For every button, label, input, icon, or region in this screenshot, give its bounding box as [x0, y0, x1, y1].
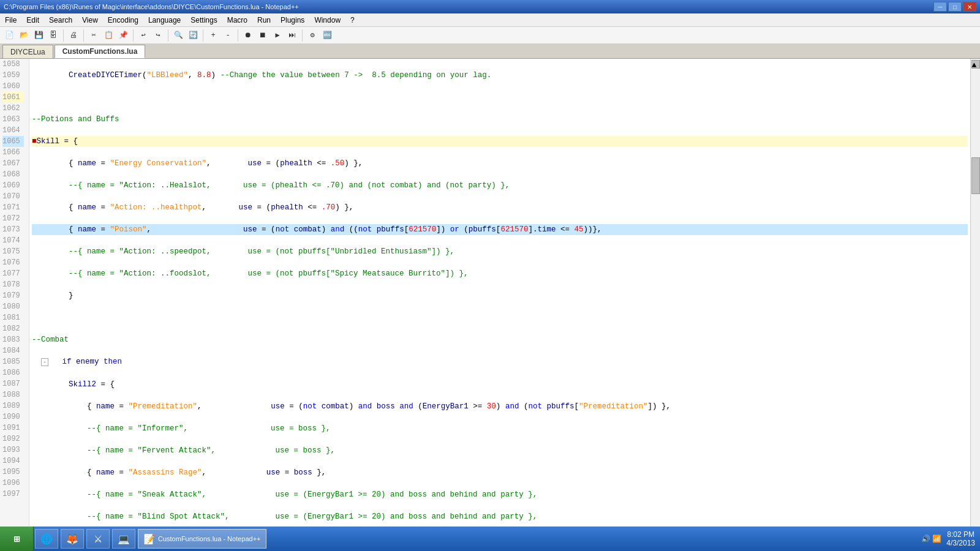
code-line-1074: --{ name = "Informer", use = boss }, [32, 423, 968, 434]
scroll-track-right[interactable]: ▲ ▼ [970, 59, 980, 551]
scroll-thumb[interactable] [971, 157, 980, 194]
code-line-1075: --{ name = "Fervent Attack", use = boss … [32, 445, 968, 456]
tab-customfunctions[interactable]: CustomFunctions.lua [55, 45, 146, 58]
system-tray-icons: 🔊 📶 [921, 534, 941, 543]
toolbar-undo[interactable]: ↩ [137, 29, 150, 42]
menu-window[interactable]: Window [309, 13, 345, 26]
code-editor[interactable]: 1058 1059 1060 1061 1062 1063 1064 1065 … [0, 59, 980, 551]
sep6 [238, 29, 238, 42]
toolbar-cut[interactable]: ✂ [87, 29, 100, 42]
line-numbers: 1058 1059 1060 1061 1062 1063 1064 1065 … [0, 59, 29, 551]
toolbar-macro-play[interactable]: ▶ [271, 29, 284, 42]
toolbar-saveall[interactable]: 🗄 [47, 29, 60, 42]
code-line-1078: --{ name = "Blind Spot Attack", use = (E… [32, 511, 968, 522]
toolbar-macro-rec[interactable]: ⏺ [241, 29, 255, 42]
code-line-1058: CreateDIYCETimer("LBBleed", 8.8) --Chang… [32, 70, 968, 81]
menu-settings[interactable]: Settings [186, 13, 222, 26]
taskbar-item-browser1[interactable]: 🌐 [35, 529, 58, 549]
tab-customfunctions-label: CustomFunctions.lua [62, 47, 138, 56]
toolbar-paste[interactable]: 📌 [116, 29, 130, 42]
tabs-bar: DIYCELua CustomFunctions.lua [0, 44, 980, 59]
code-line-1077: --{ name = "Sneak Attack", use = (Energy… [32, 489, 968, 500]
code-line-1064: { name = "Action: ..healthpot, use = (ph… [32, 202, 968, 213]
menu-file[interactable]: File [0, 13, 21, 26]
taskbar-item-firefox[interactable]: 🦊 [61, 529, 84, 549]
taskbar: ⊞ 🌐 🦊 ⚔ 💻 📝 CustomFunctions.lua - Notepa… [0, 527, 980, 551]
code-line-1065: { name = "Poison", use = (not combat) an… [32, 224, 968, 235]
code-line-1061: ■Skill = { [32, 136, 968, 147]
sep2 [83, 29, 84, 42]
game-icon: ⚔ [92, 533, 104, 545]
code-line-1063: --{ name = "Action: ..Healslot, use = (p… [32, 180, 968, 191]
tab-diyce-label: DIYCELua [10, 48, 45, 56]
menu-view[interactable]: View [77, 13, 103, 26]
taskbar-item-game[interactable]: ⚔ [86, 529, 110, 549]
menu-plugins[interactable]: Plugins [276, 13, 309, 26]
toolbar-new[interactable]: 📄 [2, 29, 16, 42]
code-line-1069 [32, 312, 968, 323]
taskbar-right: 🔊 📶 8:02 PM 4/3/2013 [921, 530, 980, 547]
title-bar: C:\Program Files (x86)\Runes of Magic\in… [0, 0, 980, 13]
code-line-1068: } [32, 290, 968, 301]
firefox-icon: 🦊 [66, 533, 78, 545]
code-line-1060: --Potions and Buffs [32, 114, 968, 125]
toolbar-open[interactable]: 📂 [17, 29, 31, 42]
code-line-1062: { name = "Energy Conservation", use = (p… [32, 158, 968, 169]
code-line-1070: --Combat [32, 334, 968, 345]
toolbar-save[interactable]: 💾 [32, 29, 45, 42]
sep3 [133, 29, 134, 42]
sep5 [203, 29, 203, 42]
toolbar-zoomin[interactable]: + [206, 29, 220, 42]
toolbar-redo[interactable]: ↪ [151, 29, 165, 42]
menu-help[interactable]: ? [345, 13, 360, 26]
toolbar-syntax[interactable]: ⚙ [306, 29, 319, 42]
title-bar-controls[interactable]: ─ □ ✕ [933, 2, 976, 12]
menu-run[interactable]: Run [252, 13, 276, 26]
toolbar-replace[interactable]: 🔄 [186, 29, 200, 42]
notepadpp-label: CustomFunctions.lua - Notepad++ [158, 535, 261, 542]
tab-diyce[interactable]: DIYCELua [2, 45, 53, 58]
sep7 [302, 29, 303, 42]
code-line-1071: - if enemy then [32, 356, 968, 368]
menu-language[interactable]: Language [143, 13, 186, 26]
toolbar: 📄 📂 💾 🗄 🖨 ✂ 📋 📌 ↩ ↪ 🔍 🔄 + - ⏺ ⏹ ▶ ⏭ ⚙ 🔤 [0, 27, 980, 44]
code-line-1067: --{ name = "Action: ..foodslot, use = (n… [32, 268, 968, 279]
minimize-button[interactable]: ─ [933, 2, 947, 12]
menu-search[interactable]: Search [44, 13, 77, 26]
menu-macro[interactable]: Macro [222, 13, 252, 26]
toolbar-lang[interactable]: 🔤 [320, 29, 334, 42]
notepadpp-icon: 📝 [143, 533, 156, 545]
toolbar-macro-stop[interactable]: ⏹ [256, 29, 270, 42]
menu-bar: File Edit Search View Encoding Language … [0, 13, 980, 27]
scroll-area[interactable] [971, 69, 980, 551]
menu-edit[interactable]: Edit [21, 13, 44, 26]
toolbar-zoomout[interactable]: - [221, 29, 235, 42]
toolbar-find[interactable]: 🔍 [172, 29, 185, 42]
start-button[interactable]: ⊞ [0, 527, 34, 551]
menu-encoding[interactable]: Encoding [103, 13, 143, 26]
code-line-1066: --{ name = "Action: ..speedpot, use = (n… [32, 246, 968, 257]
code-content[interactable]: CreateDIYCETimer("LBBleed", 8.8) --Chang… [29, 59, 970, 551]
code-line-1076: { name = "Assassins Rage", use = boss }, [32, 467, 968, 478]
browser1-icon: 🌐 [40, 533, 53, 545]
start-label: ⊞ [13, 534, 20, 544]
code-line-1072: Skill2 = { [32, 379, 968, 390]
close-button[interactable]: ✕ [963, 2, 976, 12]
taskbar-item-notepadpp[interactable]: 📝 CustomFunctions.lua - Notepad++ [138, 529, 266, 549]
clock: 8:02 PM 4/3/2013 [946, 530, 975, 547]
explorer-icon: 💻 [118, 533, 130, 545]
scroll-up-button[interactable]: ▲ [971, 60, 980, 69]
code-line-1073: { name = "Premeditation", use = (not com… [32, 401, 968, 412]
taskbar-item-explorer[interactable]: 💻 [112, 529, 135, 549]
code-line-1059 [32, 92, 968, 103]
toolbar-print[interactable]: 🖨 [67, 29, 80, 42]
maximize-button[interactable]: □ [948, 2, 962, 12]
sep4 [168, 29, 168, 42]
title-bar-title: C:\Program Files (x86)\Runes of Magic\in… [4, 3, 299, 10]
toolbar-macro-run[interactable]: ⏭ [285, 29, 299, 42]
toolbar-copy[interactable]: 📋 [102, 29, 115, 42]
sep1 [63, 29, 64, 42]
